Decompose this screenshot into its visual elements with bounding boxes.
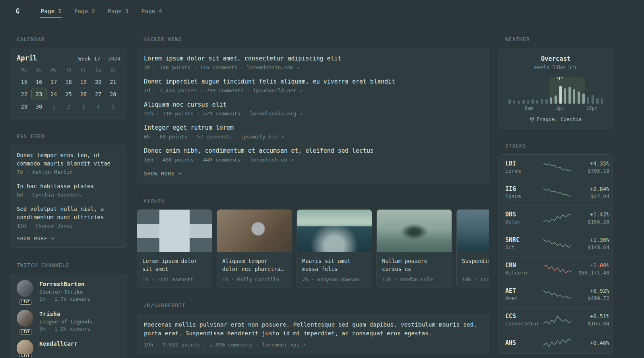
reddit-post-domain-link[interactable]: loremnet.xyz ↗ (262, 342, 306, 348)
tab-page-1[interactable]: Page 1 (40, 0, 62, 22)
rss-show-more-button[interactable]: SHOW MORE (17, 235, 120, 241)
rss-item: Sed volutpat nulla nisl, a condimentum n… (17, 205, 120, 230)
calendar-day: 4 (91, 100, 105, 113)
stock-change: -1.00% (571, 261, 609, 269)
hn-story-title[interactable]: Aliquam nec cursus elit (144, 101, 482, 109)
video-thumbnail (137, 210, 212, 252)
stock-price: $66,171.48 (571, 269, 609, 276)
hn-item: Donec enim nibh, condimentum et accumsan… (144, 147, 482, 163)
hn-story-title[interactable]: Integer eget rutrum lorem (144, 124, 482, 132)
stock-row[interactable]: CRN Bitcorn -1.00% $66,171.48 (505, 256, 606, 282)
tab-page-3[interactable]: Page 3 (107, 0, 129, 22)
stock-row[interactable]: AHS +0.46% (505, 333, 606, 353)
weather-bar (545, 99, 548, 104)
hn-story-domain-link[interactable]: ipsumify.biz ↗ (241, 133, 284, 140)
stock-change: +0.51% (571, 312, 609, 320)
stock-info: AHS (505, 339, 543, 347)
video-card[interactable]: Nullam posuere cursus ex 17h · Stefan Co… (376, 209, 452, 288)
hn-story-title[interactable]: Donec imperdiet augue tincidunt felis al… (144, 78, 482, 86)
video-card-body: Aliquam tempor dolor nec pharetra… 1h · … (217, 252, 292, 288)
rss-item-title[interactable]: Sed volutpat nulla nisl, a condimentum n… (17, 205, 120, 222)
calendar-day: 5 (106, 100, 120, 113)
right-column: WEATHER Overcast Feels like 5°C 9° 6am2p… (499, 22, 613, 354)
video-title: Aliquam tempor dolor nec pharetra… (222, 257, 287, 273)
show-more-label: SHOW MORE (144, 171, 175, 177)
video-card[interactable]: Lorem ipsum dolor sit amet consectetu… 1… (137, 209, 212, 288)
rss-widget: Donec tempor eros leo, ut commodo mauris… (10, 145, 127, 248)
calendar-weekday: We (47, 67, 61, 73)
stock-name: Sit (505, 244, 543, 251)
chevron-down-icon (178, 172, 182, 175)
twitch-channel[interactable]: LIVE Trisha League of Legends 3h · 1.2k … (17, 310, 120, 333)
hn-story-stats: 16h · 468 points · 440 comments · (144, 156, 246, 163)
tab-page-2[interactable]: Page 2 (74, 0, 96, 22)
video-card-body: Lorem ipsum dolor sit amet consectetu… 1… (137, 252, 212, 288)
stock-row[interactable]: SNRC Sit +1.36% $148.64 (505, 231, 606, 256)
rss-item-title[interactable]: Donec tempor eros leo, ut commodo mauris… (17, 151, 120, 168)
rss-section-title: RSS FEED (17, 133, 127, 139)
stock-row[interactable]: DBS Dolor +1.42% $156.28 (505, 205, 606, 231)
calendar-day: 28 (106, 88, 120, 100)
hn-item: Aliquam nec cursus elit 21h · 710 points… (144, 101, 482, 117)
video-title: Suspendisse diam (462, 257, 489, 273)
middle-column: HACKER NEWS Lorem ipsum dolor sit amet, … (137, 22, 489, 354)
calendar-day: 15 (17, 76, 31, 88)
twitch-channel[interactable]: LIVE ForrestBurton Counter-Strike 1h · 1… (17, 280, 120, 303)
stock-info: CCS Consectetur (505, 312, 543, 327)
calendar-weekday: Tu (31, 67, 46, 73)
stocks-widget: LDI Lorem +4.35% $795.18 IIG Ipsum +2.84… (499, 154, 613, 354)
stock-name: Lorem (505, 167, 543, 175)
reddit-post-title[interactable]: Maecenas mollis pulvinar erat non posuer… (144, 320, 482, 338)
stock-price: $795.18 (571, 167, 609, 175)
twitch-channel[interactable]: LIVE KendallCarr (17, 340, 120, 356)
weather-bar (527, 100, 530, 104)
weather-section-title: WEATHER (505, 36, 613, 42)
rss-item-title[interactable]: In hac habitasse platea (17, 182, 120, 191)
hn-story-meta: 1d · 1,414 points · 299 comments · ipsum… (144, 87, 482, 94)
video-meta: 7h · Grayson Dawson (302, 276, 367, 282)
stock-info: CRN Bitcorn (505, 261, 543, 276)
stock-values: +1.42% $156.28 (571, 210, 609, 226)
stock-ticker: CCS (505, 312, 543, 320)
hn-story-domain-link[interactable]: ipsumworld.net ↗ (253, 87, 303, 94)
hn-story-domain-link[interactable]: loremlandia.org ↗ (250, 110, 303, 117)
weather-bar (592, 95, 594, 104)
calendar-section-title: CALENDAR (17, 36, 127, 42)
stock-sparkline (543, 213, 571, 223)
hn-story-stats: 1d · 1,414 points · 299 comments · (144, 87, 250, 94)
weather-bar (541, 99, 543, 104)
calendar-day: 2 (61, 100, 76, 113)
avatar (17, 310, 33, 327)
hn-story-title[interactable]: Donec enim nibh, condimentum et accumsan… (144, 147, 482, 155)
avatar (17, 280, 33, 297)
hn-show-more-button[interactable]: SHOW MORE (144, 171, 482, 177)
stock-ticker: SNRC (505, 236, 543, 244)
tab-page-4[interactable]: Page 4 (140, 0, 163, 22)
hn-story-title[interactable]: Lorem ipsum dolor sit amet, consectetur … (144, 54, 482, 63)
rss-item-meta: 8d · Cynthia Saunders (17, 191, 120, 198)
weather-time-label: 6am (525, 105, 533, 111)
app-logo[interactable]: G (10, 6, 30, 17)
hn-story-domain-link[interactable]: loremtech.co ↗ (250, 156, 293, 163)
stock-row[interactable]: LDI Lorem +4.35% $795.18 (505, 155, 606, 180)
stock-row[interactable]: IIG Ipsum +2.84% $42.04 (505, 180, 606, 205)
weather-bar (582, 93, 585, 104)
stock-info: SNRC Sit (505, 236, 543, 251)
hn-story-meta: 6h · 60 points · 57 comments · ipsumify.… (144, 133, 482, 140)
weather-bars (508, 82, 603, 104)
stock-change: +1.42% (571, 210, 609, 218)
twitch-avatar-wrap: LIVE (17, 280, 34, 303)
stock-row[interactable]: AET Amet +0.92% $499.72 (505, 282, 606, 307)
video-title: Lorem ipsum dolor sit amet consectetu… (142, 257, 207, 273)
hn-story-domain-link[interactable]: loremdomain.com ↗ (246, 64, 299, 71)
twitch-channel-meta: 3h · 1.2k viewers (39, 325, 92, 333)
weather-bar (601, 99, 603, 104)
calendar-week-info: Week 17 · 2024 (78, 56, 120, 62)
video-card[interactable]: Aliquam tempor dolor nec pharetra… 1h · … (217, 209, 292, 288)
video-card[interactable]: Suspendisse diam 18h · Tara (456, 209, 489, 288)
video-card[interactable]: Mauris sit amet massa felis 7h · Grayson… (297, 209, 372, 288)
video-thumbnail (377, 210, 452, 252)
stock-row[interactable]: CCS Consectetur +0.51% $165.84 (505, 307, 606, 333)
calendar-header: April Week 17 · 2024 (17, 54, 120, 62)
weather-bar (555, 95, 557, 104)
